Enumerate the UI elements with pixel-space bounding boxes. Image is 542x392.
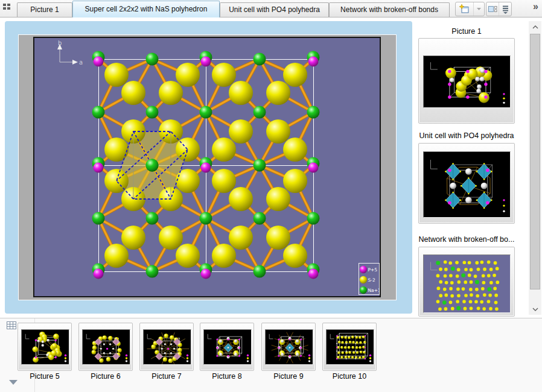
thumbnail-frame [326, 329, 374, 365]
thumbnail-frame [82, 329, 130, 365]
thumbnail-image-dense-yellow [327, 330, 374, 364]
scroll-down-button[interactable] [529, 303, 541, 315]
new-picture-button[interactable] [456, 2, 473, 16]
filmstrip-item-label: Picture 7 [136, 372, 197, 381]
legend-label: Na+1 [368, 288, 380, 293]
picture-tab-bar: Picture 1Super cell 2x2x2 with NaS polyh… [0, 0, 542, 17]
filmstrip-thumbnail-picture-10[interactable] [322, 323, 377, 371]
picture-gallery-sidebar: Picture 1Unit cell with PO4 polyhedraNet… [415, 18, 528, 317]
sidebar-item-label: Network with broken-off bo... [415, 235, 518, 244]
table-grid-icon [7, 321, 17, 330]
picture-canvas-frame: baP+5S-2Na+1 [33, 37, 381, 297]
filmstrip-item-label: Picture 8 [196, 372, 258, 381]
tab-unit-cell-with-po4-polyhedra[interactable]: Unit cell with PO4 polyhedra [220, 2, 329, 17]
legend-label: P+5 [368, 267, 378, 273]
thumbnail-frame [203, 329, 252, 365]
filmstrip-thumbnail-picture-5[interactable] [18, 323, 72, 371]
dropdown-arrow-icon [476, 7, 482, 11]
filmstrip-thumbnail-picture-8[interactable] [200, 323, 254, 371]
sidebar-scrollbar[interactable] [529, 21, 541, 315]
filmstrip-item-label: Picture 6 [75, 372, 136, 381]
chevron-down-icon [532, 308, 538, 311]
filmstrip-thumbnail-picture-9[interactable] [261, 323, 316, 371]
sidebar-item-label: Unit cell with PO4 polyhedra [415, 131, 518, 140]
toolbar-group-new [455, 2, 485, 16]
filmstrip-thumbnail-picture-7[interactable] [139, 323, 194, 371]
legend-swatch [360, 266, 367, 273]
sidebar-item-label: Picture 1 [415, 27, 518, 36]
toolbar-overflow-button[interactable]: » [533, 1, 538, 12]
chevron-up-icon [532, 25, 538, 29]
sidebar-thumbnail-3[interactable] [418, 247, 515, 317]
legend-swatch [360, 286, 367, 294]
central-sodium-atom [146, 159, 159, 172]
thumbnail-image-cell-yellow [424, 56, 510, 107]
structure-canvas[interactable]: baP+5S-2Na+1 [34, 38, 380, 296]
thumbnail-image-teal-cell-bonds [266, 330, 313, 364]
filmstrip-item-label: Picture 9 [258, 372, 319, 381]
thumbnail-frame [265, 329, 313, 365]
thumbnail-image-cell-yellow-dense [22, 330, 69, 364]
filmstrip-scroll-down-button[interactable] [9, 380, 18, 385]
picture-tabs: Picture 1Super cell 2x2x2 with NaS polyh… [17, 0, 450, 17]
tab-network-with-broken-off-bonds[interactable]: Network with broken-off bonds [329, 2, 450, 17]
tab-picture-1[interactable]: Picture 1 [17, 2, 72, 17]
sidebar-thumbnail-1[interactable] [418, 38, 515, 124]
legend-label: S-2 [368, 277, 375, 283]
arrange-windows-icon [488, 5, 497, 13]
axis-label-b: b [58, 40, 62, 46]
sidebar-thumbnail-2[interactable] [418, 143, 515, 224]
thumbnail-image-pink-poly-bonds [144, 330, 191, 364]
axis-label-a: a [79, 59, 83, 66]
filmstrip-thumbnail-picture-6[interactable] [78, 323, 133, 371]
list-sort-icon [502, 5, 509, 14]
picture-filmstrip: Picture 5Picture 6Picture 7Picture 8Pict… [0, 318, 542, 392]
filmstrip-item-label: Picture 5 [14, 372, 75, 381]
scrollbar-thumb[interactable] [530, 34, 540, 289]
toolbar-group-view [486, 2, 512, 16]
thumbnail-image-teal-cell [204, 330, 251, 364]
thumbnail-frame [143, 329, 191, 365]
thumbnail-frame [21, 329, 69, 365]
active-picture-panel: baP+5S-2Na+1 [5, 21, 412, 314]
arrange-windows-button[interactable] [486, 2, 499, 16]
filmstrip-grid-button[interactable] [7, 321, 17, 330]
thumbnail-image-pink-poly [83, 330, 130, 364]
new-picture-icon [459, 4, 470, 14]
picture-mat: baP+5S-2Na+1 [18, 34, 397, 300]
legend-swatch [360, 276, 367, 283]
thumbnail-frame [423, 55, 511, 108]
new-picture-dropdown[interactable] [473, 2, 484, 16]
overview-grid-button[interactable] [3, 4, 15, 13]
list-sort-button[interactable] [499, 2, 511, 16]
thumbnail-frame [423, 254, 511, 313]
thumbnail-frame [423, 151, 511, 218]
tab-super-cell-2x2x2-with-nas-polyhedron[interactable]: Super cell 2x2x2 with NaS polyhedron [72, 1, 220, 17]
scroll-up-button[interactable] [529, 21, 541, 33]
filmstrip-item-label: Picture 10 [319, 372, 380, 381]
thumbnail-image-po4-blue [424, 152, 510, 217]
thumbnail-image-network-purple [424, 255, 510, 312]
application-window: Picture 1Super cell 2x2x2 with NaS polyh… [0, 0, 542, 392]
